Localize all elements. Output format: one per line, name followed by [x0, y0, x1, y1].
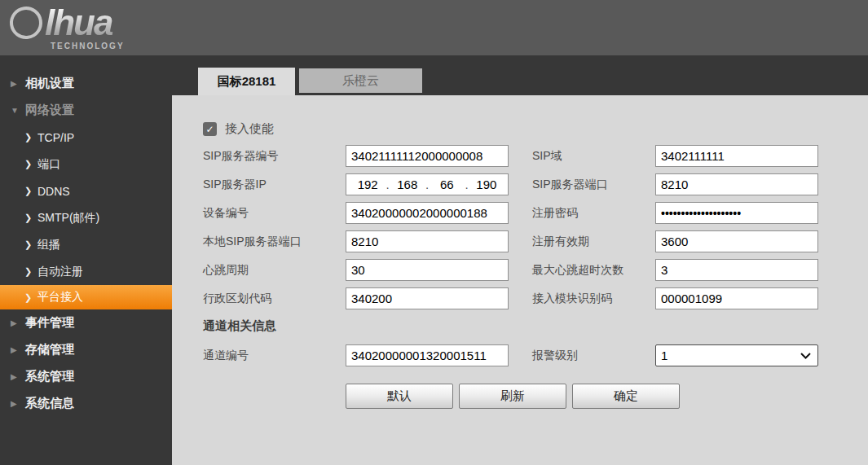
access-module-id-label: 接入模块识别码 [532, 292, 655, 306]
sidebar-item-platform-access-selected[interactable]: ❯ 平台接入 [0, 285, 172, 309]
collapsed-triangle-icon: ▶ [11, 318, 25, 327]
app-header: alhua TECHNOLOGY [0, 0, 868, 55]
sidebar-item-label: 事件管理 [25, 315, 74, 331]
dahua-logo-technology: TECHNOLOGY [51, 42, 125, 50]
local-sip-port-input[interactable] [346, 230, 509, 252]
sidebar-item-system-info[interactable]: ▶ 系统信息 [0, 390, 172, 417]
dahua-logo-a-icon: a [7, 4, 44, 41]
chevron-down-icon [800, 353, 811, 359]
device-id-input[interactable] [346, 202, 509, 224]
ip-octet-1[interactable]: 192 [350, 178, 386, 191]
sip-server-port-input[interactable] [655, 173, 818, 195]
sidebar-item-network-settings[interactable]: ▼ 网络设置 [0, 97, 172, 124]
sidebar-item-system-management[interactable]: ▶ 系统管理 [0, 363, 172, 390]
sidebar-item-label: 存储管理 [25, 342, 74, 358]
collapsed-triangle-icon: ▶ [11, 372, 25, 381]
tab-bar: 国标28181 乐橙云 [172, 55, 868, 95]
sidebar-item-label: 组播 [37, 238, 60, 252]
sidebar-item-label: 系统信息 [25, 396, 74, 411]
sidebar-item-label: TCP/IP [37, 131, 74, 144]
access-module-id-input[interactable] [655, 287, 818, 309]
sidebar-item-label: 系统管理 [25, 369, 74, 384]
sidebar-item-tcpip[interactable]: ❯ TCP/IP [0, 124, 172, 151]
sidebar-item-camera-settings[interactable]: ▶ 相机设置 [0, 70, 172, 97]
enable-access-checkbox[interactable]: ✓ [203, 122, 217, 136]
refresh-button[interactable]: 刷新 [459, 384, 566, 409]
collapsed-triangle-icon: ▶ [11, 79, 25, 88]
chevron-right-icon: ❯ [24, 239, 37, 250]
chevron-right-icon: ❯ [24, 292, 37, 303]
max-heartbeat-timeout-label: 最大心跳超时次数 [532, 263, 655, 278]
chevron-right-icon: ❯ [24, 213, 37, 223]
sip-server-port-label: SIP服务器端口 [532, 178, 655, 192]
sidebar-item-multicast[interactable]: ❯ 组播 [0, 231, 172, 258]
max-heartbeat-timeout-input[interactable] [655, 259, 818, 281]
sidebar-item-smtp[interactable]: ❯ SMTP(邮件) [0, 204, 172, 231]
channel-id-input[interactable] [346, 344, 509, 366]
dahua-logo: alhua TECHNOLOGY [10, 5, 125, 50]
dahua-logo-wordmark: alhua [10, 5, 125, 41]
sip-server-id-label: SIP服务器编号 [203, 149, 346, 164]
register-password-input[interactable] [655, 202, 818, 224]
alarm-level-label: 报警级别 [532, 349, 655, 363]
sip-domain-label: SIP域 [532, 149, 655, 164]
alarm-level-selected-value: 1 [661, 349, 668, 362]
default-button[interactable]: 默认 [346, 384, 453, 409]
register-validity-input[interactable] [655, 230, 818, 252]
sip-server-ip-input[interactable]: 192.168.66.190 [346, 173, 509, 195]
chevron-right-icon: ❯ [24, 132, 37, 143]
ip-octet-2[interactable]: 168 [390, 178, 425, 191]
sidebar-item-storage-management[interactable]: ▶ 存储管理 [0, 336, 172, 363]
sidebar-item-label: SMTP(邮件) [37, 211, 99, 226]
collapsed-triangle-icon: ▶ [11, 345, 25, 354]
tab-lechengyun[interactable]: 乐橙云 [299, 68, 422, 93]
confirm-button[interactable]: 确定 [572, 384, 680, 409]
sip-domain-input[interactable] [655, 145, 818, 167]
sip-server-ip-label: SIP服务器IP [203, 178, 346, 192]
platform-access-panel: ✓ 接入使能 SIP服务器编号 SIP域 SIP服务器IP 192.168.66… [172, 95, 868, 465]
enable-access-label: 接入使能 [225, 121, 274, 137]
channel-id-label: 通道编号 [203, 349, 346, 363]
sidebar-item-port[interactable]: ❯ 端口 [0, 151, 172, 178]
ip-octet-3[interactable]: 66 [429, 178, 465, 191]
register-password-label: 注册密码 [532, 206, 655, 221]
heartbeat-period-label: 心跳周期 [203, 263, 346, 278]
register-validity-label: 注册有效期 [532, 235, 655, 249]
sidebar-item-label: 相机设置 [25, 76, 74, 91]
sidebar-item-label: 端口 [37, 157, 60, 172]
heartbeat-period-input[interactable] [346, 259, 509, 281]
expanded-triangle-icon: ▼ [11, 106, 25, 115]
sidebar-item-ddns[interactable]: ❯ DDNS [0, 178, 172, 204]
local-sip-port-label: 本地SIP服务器端口 [203, 235, 346, 249]
admin-region-code-label: 行政区划代码 [203, 292, 346, 306]
device-id-label: 设备编号 [203, 206, 346, 221]
sidebar-item-label: 网络设置 [25, 103, 74, 118]
sidebar-item-label: 平台接入 [37, 290, 83, 305]
sidebar-item-label: 自动注册 [37, 265, 83, 279]
alarm-level-select[interactable]: 1 [655, 344, 818, 366]
admin-region-code-input[interactable] [346, 287, 509, 309]
sidebar-nav: ▶ 相机设置 ▼ 网络设置 ❯ TCP/IP ❯ 端口 ❯ DDNS ❯ SMT… [0, 55, 172, 465]
sidebar-item-label: DDNS [37, 185, 70, 198]
sidebar-item-event-management[interactable]: ▶ 事件管理 [0, 309, 172, 336]
chevron-right-icon: ❯ [24, 186, 37, 196]
chevron-right-icon: ❯ [24, 159, 37, 169]
tab-gb28181[interactable]: 国标28181 [198, 68, 295, 95]
chevron-right-icon: ❯ [24, 266, 37, 277]
channel-info-section-heading: 通道相关信息 [203, 318, 868, 334]
sip-server-id-input[interactable] [346, 145, 509, 167]
ip-octet-4[interactable]: 190 [469, 178, 504, 191]
collapsed-triangle-icon: ▶ [11, 399, 25, 408]
dahua-logo-rest: lhua [45, 5, 112, 41]
sidebar-item-auto-register[interactable]: ❯ 自动注册 [0, 258, 172, 285]
